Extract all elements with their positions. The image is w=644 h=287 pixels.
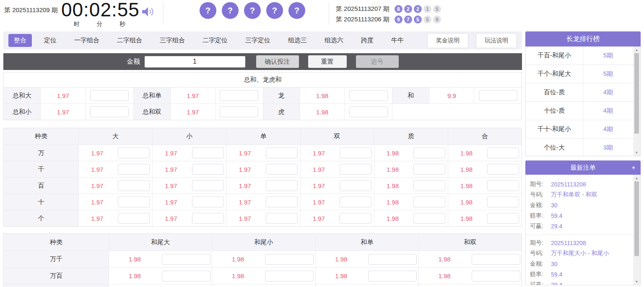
odds-value[interactable]: 1.97 [226, 178, 263, 194]
bet-amount-input[interactable] [340, 197, 371, 207]
odds-value[interactable]: 1.98 [374, 210, 411, 226]
help-button[interactable]: ? [288, 2, 305, 19]
dragon-list-item[interactable]: 千十-和尾小4期 [526, 120, 633, 139]
dragon-list-item[interactable]: 百位-质4期 [526, 83, 633, 102]
chase-number-button[interactable]: 追号 [356, 55, 399, 68]
odds-value[interactable]: 1.97 [79, 210, 116, 226]
bet-amount-input[interactable] [192, 180, 224, 191]
bet-amount-input[interactable] [340, 180, 371, 191]
bet-amount-input[interactable] [413, 180, 445, 191]
bet-amount-input[interactable] [413, 213, 445, 224]
dragon-list-item[interactable]: 个位-大3期 [526, 139, 633, 156]
odds-value[interactable]: 1.98 [448, 210, 485, 226]
odds-value[interactable]: 1.97 [301, 178, 338, 194]
help-button[interactable]: ? [200, 2, 216, 19]
odds-value[interactable]: 1.98 [419, 251, 470, 267]
bet-amount-input[interactable] [265, 254, 314, 265]
odds-value[interactable]: 1.97 [171, 104, 216, 120]
odds-value[interactable]: 1.97 [153, 145, 190, 161]
odds-value[interactable]: 1.97 [79, 145, 116, 161]
help-button[interactable]: ? [222, 2, 239, 19]
scroll-thumb[interactable] [634, 53, 639, 134]
bet-amount-input[interactable] [472, 271, 520, 282]
odds-value[interactable]: 1.97 [301, 210, 338, 226]
scroll-thumb[interactable] [634, 181, 639, 256]
odds-value[interactable]: 1.98 [109, 268, 161, 284]
bonus-info-button[interactable]: 奖金说明 [427, 33, 468, 48]
odds-value[interactable]: 1.98 [109, 284, 161, 287]
bet-amount-input[interactable] [220, 90, 258, 101]
odds-value[interactable]: 1.97 [153, 178, 190, 194]
odds-value[interactable]: 1.97 [79, 161, 116, 177]
scroll-up-icon[interactable]: ▲ [633, 47, 640, 53]
bet-amount-input[interactable] [340, 213, 371, 224]
bet-amount-input[interactable] [472, 254, 520, 265]
odds-value[interactable]: 1.98 [374, 178, 411, 194]
bet-amount-input[interactable] [118, 213, 150, 224]
tab-item[interactable]: 组选三 [283, 34, 312, 47]
odds-value[interactable]: 1.97 [153, 194, 190, 210]
odds-value[interactable]: 1.97 [153, 210, 190, 226]
tab-item[interactable]: 牛牛 [386, 34, 409, 47]
odds-value[interactable]: 1.97 [41, 104, 86, 120]
bet-amount-input[interactable] [340, 164, 371, 175]
odds-value[interactable]: 1.98 [448, 145, 485, 161]
odds-value[interactable]: 1.98 [374, 194, 411, 210]
odds-value[interactable]: 1.98 [419, 268, 470, 284]
dragon-list-item[interactable]: 千个-和尾大5期 [526, 65, 633, 83]
tab-item[interactable]: 三字定位 [240, 34, 276, 47]
odds-value[interactable]: 1.97 [79, 178, 116, 194]
bet-amount-input[interactable] [266, 197, 298, 207]
odds-value[interactable]: 1.98 [300, 88, 345, 103]
odds-value[interactable]: 1.97 [226, 210, 263, 226]
odds-value[interactable]: 1.97 [301, 194, 338, 210]
bet-amount-input[interactable] [413, 197, 445, 207]
bet-amount-input[interactable] [118, 164, 150, 175]
bet-amount-input[interactable] [266, 164, 298, 175]
bet-amount-input[interactable] [90, 90, 129, 101]
confirm-bet-button[interactable]: 确认投注 [256, 55, 299, 68]
bet-amount-input[interactable] [349, 90, 388, 101]
tab-item[interactable]: 整合 [8, 34, 32, 47]
bet-amount-input[interactable] [162, 254, 210, 265]
odds-value[interactable]: 1.97 [226, 194, 263, 210]
reset-button[interactable]: 重置 [308, 55, 347, 68]
sound-icon[interactable] [141, 6, 155, 19]
collapse-caret-icon[interactable]: ▼ [631, 165, 636, 170]
bet-amount-input[interactable] [118, 197, 150, 207]
bet-amount-input[interactable] [487, 197, 519, 207]
bet-amount-input[interactable] [192, 197, 224, 207]
odds-value[interactable]: 1.98 [212, 284, 264, 287]
amount-input[interactable] [145, 56, 245, 67]
bet-amount-input[interactable] [192, 213, 224, 224]
bet-amount-input[interactable] [368, 271, 417, 282]
odds-value[interactable]: 1.98 [419, 284, 470, 287]
help-button[interactable]: ? [266, 2, 283, 19]
bet-amount-input[interactable] [220, 106, 258, 117]
odds-value[interactable]: 1.97 [153, 161, 190, 177]
bet-amount-input[interactable] [162, 271, 210, 282]
odds-value[interactable]: 1.98 [109, 251, 161, 267]
tab-item[interactable]: 跨度 [356, 34, 379, 47]
scroll-down-icon[interactable]: ▼ [633, 278, 640, 285]
odds-value[interactable]: 1.98 [374, 161, 411, 177]
odds-value[interactable]: 1.98 [448, 161, 485, 177]
dragon-list-item[interactable]: 千百-和尾小5期 [526, 47, 633, 65]
odds-value[interactable]: 1.97 [171, 88, 216, 103]
bet-amount-input[interactable] [487, 180, 519, 191]
odds-value[interactable]: 1.97 [301, 145, 338, 161]
odds-value[interactable]: 1.97 [226, 145, 263, 161]
bet-amount-input[interactable] [266, 180, 298, 191]
tab-item[interactable]: 一字组合 [69, 34, 105, 47]
bet-amount-input[interactable] [118, 147, 150, 158]
odds-value[interactable]: 1.98 [448, 194, 485, 210]
odds-value[interactable]: 1.98 [300, 104, 345, 120]
orders-scrollbar[interactable]: ▲ ▼ [633, 175, 640, 285]
dragon-list-item[interactable]: 十位-质4期 [526, 102, 633, 120]
bet-amount-input[interactable] [349, 106, 388, 117]
scroll-up-icon[interactable]: ▲ [633, 175, 640, 181]
help-button[interactable]: ? [244, 2, 261, 19]
bet-amount-input[interactable] [413, 147, 445, 158]
odds-value[interactable]: 1.98 [212, 251, 264, 267]
odds-value[interactable]: 1.97 [226, 161, 263, 177]
